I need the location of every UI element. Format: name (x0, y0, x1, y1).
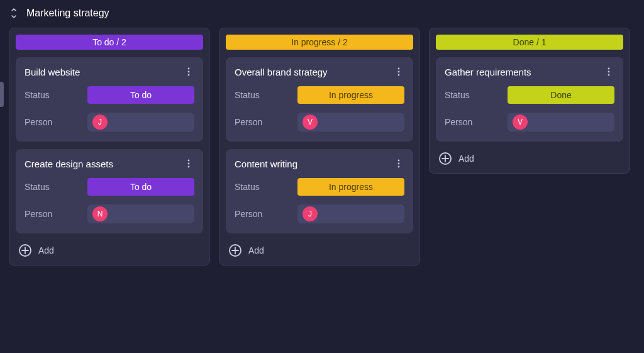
field-label-person: Person (235, 117, 290, 127)
person-cell[interactable]: V (508, 113, 614, 132)
kebab-icon[interactable] (603, 66, 614, 77)
left-edge-handle[interactable] (0, 82, 4, 107)
status-label: In progress (329, 90, 373, 100)
svg-point-0 (188, 68, 190, 70)
field-person: Person J (25, 113, 194, 132)
kebab-icon[interactable] (183, 66, 194, 77)
svg-point-10 (398, 160, 400, 162)
card-title[interactable]: Gather requirements (445, 67, 531, 77)
card-title[interactable]: Overall brand strategy (235, 67, 328, 77)
status-pill[interactable]: In progress (297, 86, 404, 104)
svg-point-14 (608, 68, 610, 70)
card-title[interactable]: Create design assets (25, 159, 113, 169)
plus-circle-icon (18, 244, 32, 257)
column-header-label: Done / 1 (513, 37, 547, 47)
add-label: Add (248, 245, 264, 255)
kebab-icon[interactable] (393, 66, 404, 77)
column-header-inprogress[interactable]: In progress / 2 (226, 35, 413, 50)
person-cell[interactable]: N (87, 205, 194, 223)
card-title[interactable]: Build website (25, 67, 80, 77)
status-pill[interactable]: In progress (297, 178, 404, 196)
plus-circle-icon (228, 244, 242, 257)
status-label: To do (130, 90, 152, 100)
field-status: Status In progress (235, 178, 404, 196)
field-status: Status In progress (235, 86, 404, 104)
field-label-status: Status (235, 182, 290, 192)
page-title[interactable]: Marketing strategy (26, 8, 109, 19)
person-cell[interactable]: J (297, 205, 404, 223)
field-person: Person V (235, 113, 404, 132)
avatar[interactable]: J (303, 206, 318, 221)
card-header: Content writing (235, 158, 404, 169)
column-header-label: In progress / 2 (291, 37, 348, 47)
svg-point-11 (398, 163, 400, 165)
card[interactable]: Build website Status To do Person J (16, 57, 203, 142)
status-label: Done (550, 90, 571, 100)
person-cell[interactable]: V (297, 113, 404, 132)
card-header: Gather requirements (445, 66, 614, 77)
card[interactable]: Gather requirements Status Done Person V (436, 57, 623, 142)
svg-point-5 (188, 166, 190, 168)
avatar[interactable]: V (303, 115, 318, 130)
field-label-status: Status (235, 90, 290, 100)
board-page: Marketing strategy To do / 2 Build websi… (0, 0, 644, 274)
card[interactable]: Overall brand strategy Status In progres… (226, 57, 413, 142)
svg-point-16 (608, 74, 610, 76)
field-label-status: Status (445, 90, 500, 100)
card-header: Create design assets (25, 158, 194, 169)
person-cell[interactable]: J (87, 113, 194, 132)
add-label: Add (38, 245, 54, 255)
status-pill[interactable]: To do (87, 86, 194, 104)
column-inprogress: In progress / 2 Overall brand strategy S… (219, 28, 420, 266)
page-header: Marketing strategy (6, 8, 638, 25)
field-person: Person N (25, 205, 194, 223)
status-label: To do (130, 182, 152, 192)
add-card-button[interactable]: Add (226, 241, 413, 259)
collapse-icon[interactable] (10, 8, 18, 18)
column-todo: To do / 2 Build website Status To do Per… (9, 28, 210, 266)
field-label-person: Person (25, 209, 80, 219)
add-card-button[interactable]: Add (16, 241, 203, 259)
field-label-person: Person (235, 209, 290, 219)
field-person: Person J (235, 205, 404, 223)
status-pill[interactable]: Done (508, 86, 614, 104)
kebab-icon[interactable] (183, 158, 194, 169)
status-label: In progress (329, 182, 373, 192)
card-header: Overall brand strategy (235, 66, 404, 77)
avatar[interactable]: J (92, 115, 108, 130)
field-status: Status To do (25, 178, 194, 196)
svg-point-7 (398, 68, 400, 70)
kanban-board: To do / 2 Build website Status To do Per… (6, 25, 638, 268)
card-header: Build website (25, 66, 194, 77)
svg-point-2 (188, 74, 190, 76)
kebab-icon[interactable] (393, 158, 404, 169)
field-label-person: Person (445, 117, 500, 127)
svg-point-3 (188, 160, 190, 162)
card[interactable]: Create design assets Status To do Person… (16, 149, 203, 233)
column-header-todo[interactable]: To do / 2 (16, 35, 203, 50)
avatar[interactable]: N (92, 206, 108, 221)
field-label-status: Status (25, 90, 80, 100)
field-label-status: Status (25, 182, 80, 192)
avatar[interactable]: V (513, 115, 528, 130)
column-done: Done / 1 Gather requirements Status Done (429, 28, 630, 174)
svg-point-12 (398, 166, 400, 168)
field-label-person: Person (25, 117, 80, 127)
svg-point-1 (188, 71, 190, 73)
svg-point-4 (188, 163, 190, 165)
card[interactable]: Content writing Status In progress Perso… (226, 149, 413, 233)
column-header-done[interactable]: Done / 1 (436, 35, 623, 50)
card-title[interactable]: Content writing (235, 159, 297, 169)
svg-point-8 (398, 71, 400, 73)
add-label: Add (458, 154, 474, 164)
add-card-button[interactable]: Add (436, 149, 623, 167)
svg-point-15 (608, 71, 610, 73)
field-status: Status To do (25, 86, 194, 104)
field-person: Person V (445, 113, 614, 132)
field-status: Status Done (445, 86, 614, 104)
plus-circle-icon (438, 152, 452, 165)
status-pill[interactable]: To do (87, 178, 194, 196)
column-header-label: To do / 2 (92, 37, 126, 47)
svg-point-9 (398, 74, 400, 76)
